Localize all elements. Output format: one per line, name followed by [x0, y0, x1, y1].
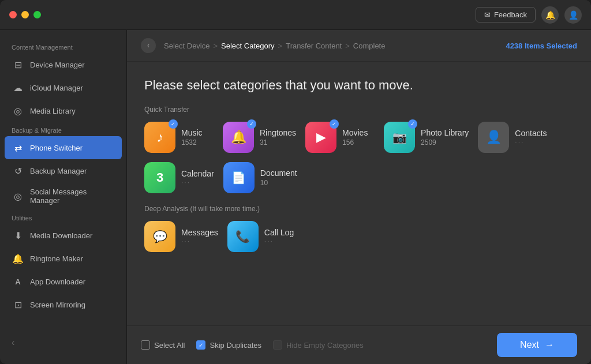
music-info: Music 1532: [181, 128, 203, 147]
photo-icon-wrap: ✓ 📷: [384, 122, 415, 153]
messages-name: Messages: [181, 228, 218, 237]
sidebar-item-label: Backup Manager: [30, 167, 87, 175]
bottom-bar: Select All Skip Duplicates Hide Empty Ca…: [127, 325, 591, 364]
music-icon-wrap: ✓ ♪: [144, 122, 175, 153]
notification-icon[interactable]: 🔔: [541, 6, 559, 24]
sidebar-item-backup-manager[interactable]: ↺ Backup Manager: [0, 159, 126, 182]
close-button[interactable]: [9, 11, 17, 18]
sidebar-item-label: Media Downloader: [30, 231, 92, 240]
sidebar-item-screen-mirroring[interactable]: ⊡ Screen Mirroring: [0, 293, 126, 316]
media-downloader-icon: ⬇: [12, 229, 24, 242]
breadcrumb-step-transfer: Transfer Content: [286, 42, 342, 50]
titlebar-right: ✉ Feedback 🔔 👤: [476, 6, 582, 24]
breadcrumb-back-button[interactable]: ‹: [141, 38, 156, 53]
traffic-lights: [9, 11, 41, 18]
sidebar-item-icloud-manager[interactable]: ☁ iCloud Manager: [0, 76, 126, 99]
sidebar-item-phone-switcher[interactable]: ⇄ Phone Switcher: [5, 136, 122, 159]
breadcrumb-bar: ‹ Select Device > Select Category > Tran…: [127, 30, 591, 62]
items-selected-display: 4238 Items Selected: [506, 42, 577, 50]
sidebar: Content Management ⊟ Device Manager ☁ iC…: [0, 30, 127, 364]
category-contacts[interactable]: 👤 Contacts ···: [478, 122, 547, 153]
app-downloader-icon: A: [12, 275, 24, 288]
sidebar-item-device-manager[interactable]: ⊟ Device Manager: [0, 53, 126, 76]
main-layout: Content Management ⊟ Device Manager ☁ iC…: [0, 30, 591, 364]
device-manager-icon: ⊟: [12, 58, 24, 71]
movies-count: 156: [342, 138, 368, 147]
feedback-icon: ✉: [484, 10, 491, 19]
media-library-icon: ◎: [12, 104, 24, 117]
feedback-button[interactable]: ✉ Feedback: [476, 7, 536, 22]
deep-analysis-grid: 💬 Messages ··· 📞: [144, 221, 574, 252]
movies-name: Movies: [342, 128, 368, 137]
ringtones-info: Ringtones 31: [260, 128, 296, 147]
category-ringtones[interactable]: ✓ 🔔 Ringtones 31: [223, 122, 296, 153]
items-selected-label: Items Selected: [525, 42, 577, 50]
category-music[interactable]: ✓ ♪ Music 1532: [144, 122, 214, 153]
calendar-icon: 3: [156, 170, 163, 185]
breadcrumb-step-complete: Complete: [353, 42, 386, 50]
calllog-icon-wrap: 📞: [227, 221, 259, 252]
sidebar-collapse-button[interactable]: ‹: [0, 331, 126, 355]
ringtones-count: 31: [260, 138, 296, 147]
music-name: Music: [181, 128, 203, 137]
minimize-button[interactable]: [21, 11, 29, 18]
sidebar-item-ringtone-maker[interactable]: 🔔 Ringtone Maker: [0, 247, 126, 270]
sidebar-item-app-downloader[interactable]: A App Downloader: [0, 270, 126, 293]
document-count: 10: [260, 179, 297, 187]
calendar-name: Calendar: [181, 169, 214, 178]
sidebar-item-label: Phone Switcher: [30, 144, 83, 152]
sidebar-item-social-messages[interactable]: ◎ Social Messages Manager: [0, 182, 126, 210]
deep-analysis-section: Deep Analysis (It will take more time.) …: [144, 205, 574, 252]
breadcrumb-step-category: Select Category: [221, 42, 275, 50]
category-movies[interactable]: ✓ ▶ Movies 156: [305, 122, 375, 153]
photo-name: Photo Library: [421, 128, 469, 137]
category-document[interactable]: 📄 Document 10: [223, 162, 297, 193]
photo-info: Photo Library 2509: [421, 128, 469, 147]
quick-transfer-label: Quick Transfer: [144, 106, 574, 114]
movies-icon-wrap: ✓ ▶: [305, 122, 336, 153]
photo-icon: 📷: [392, 130, 407, 144]
select-all-option[interactable]: Select All: [141, 340, 185, 350]
movies-icon: ▶: [316, 130, 326, 145]
category-calendar[interactable]: 3 Calendar ···: [144, 162, 214, 193]
skip-duplicates-option[interactable]: Skip Duplicates: [196, 340, 261, 350]
breadcrumb: ‹ Select Device > Select Category > Tran…: [141, 38, 385, 53]
next-button[interactable]: Next →: [497, 333, 577, 357]
ringtones-check-badge: ✓: [247, 119, 256, 129]
breadcrumb-step-device: Select Device: [164, 42, 210, 50]
hide-empty-option[interactable]: Hide Empty Categories: [273, 340, 364, 350]
skip-duplicates-label: Skip Duplicates: [210, 341, 261, 350]
hide-empty-checkbox[interactable]: [273, 340, 282, 350]
messages-dots: ···: [181, 237, 218, 245]
ringtones-name: Ringtones: [260, 128, 296, 137]
music-icon: ♪: [156, 129, 163, 145]
select-all-checkbox[interactable]: [141, 340, 150, 350]
sidebar-section-backup-migrate: Backup & Migrate: [0, 122, 126, 136]
document-icon-wrap: 📄: [223, 162, 255, 193]
sidebar-item-label: Screen Mirroring: [30, 301, 85, 309]
quick-transfer-grid: ✓ ♪ Music 1532 ✓ 🔔: [144, 122, 574, 193]
contacts-name: Contacts: [515, 129, 547, 138]
messages-icon: 💬: [153, 230, 167, 243]
ringtones-icon-wrap: ✓ 🔔: [223, 122, 254, 153]
titlebar: ✉ Feedback 🔔 👤: [0, 0, 591, 30]
movies-info: Movies 156: [342, 128, 368, 147]
sidebar-item-label: Social Messages Manager: [30, 187, 115, 205]
calllog-dots: ···: [264, 237, 294, 245]
category-messages[interactable]: 💬 Messages ···: [144, 221, 218, 252]
messages-info: Messages ···: [181, 228, 218, 245]
category-call-log[interactable]: 📞 Call Log ···: [227, 221, 297, 252]
sidebar-section-utilities: Utilities: [0, 210, 126, 224]
social-messages-icon: ◎: [12, 190, 24, 202]
photo-count: 2509: [421, 138, 469, 147]
avatar[interactable]: 👤: [564, 6, 582, 24]
contacts-info: Contacts ···: [515, 129, 547, 146]
document-info: Document 10: [260, 168, 297, 187]
deep-analysis-label: Deep Analysis (It will take more time.): [144, 205, 574, 213]
sidebar-item-media-library[interactable]: ◎ Media Library: [0, 99, 126, 122]
sidebar-item-media-downloader[interactable]: ⬇ Media Downloader: [0, 224, 126, 247]
maximize-button[interactable]: [33, 11, 41, 18]
music-count: 1532: [181, 138, 203, 147]
category-photo-library[interactable]: ✓ 📷 Photo Library 2509: [384, 122, 469, 153]
skip-duplicates-checkbox[interactable]: [196, 340, 205, 350]
